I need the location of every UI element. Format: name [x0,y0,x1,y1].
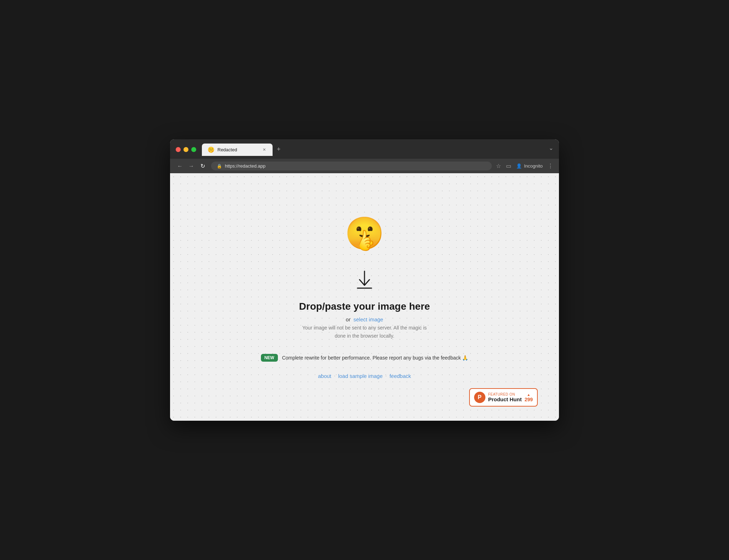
feedback-link[interactable]: feedback [390,373,411,379]
split-screen-icon[interactable]: ▭ [506,163,511,169]
active-tab[interactable]: 🤫 Redacted ✕ [202,144,273,156]
app-logo: 🤫 [345,215,384,252]
page-content: 🤫 Drop/paste your image here or select i… [170,173,559,421]
incognito-icon: 👤 [516,163,522,169]
title-bar: 🤫 Redacted ✕ + ⌄ [170,139,559,159]
ph-name-label: Product Hunt [488,396,522,402]
select-image-link[interactable]: select image [354,316,383,322]
address-bar: ← → ↻ 🔒 https://redacted.app ☆ ▭ 👤 Incog… [170,159,559,173]
ph-votes: ▲ 299 [525,393,533,402]
load-sample-link[interactable]: load sample image [338,373,383,379]
lock-icon: 🔒 [217,164,222,169]
new-badge: NEW [261,354,278,362]
close-dot[interactable] [176,147,181,152]
window-controls [176,147,196,152]
about-link[interactable]: about [318,373,331,379]
drop-note: Your image will not be sent to any serve… [302,324,427,340]
nav-buttons: ← → ↻ [176,162,207,170]
browser-window: 🤫 Redacted ✕ + ⌄ ← → ↻ 🔒 https://redacte… [170,139,559,421]
bookmark-icon[interactable]: ☆ [496,163,501,169]
drop-subtitle: or select image [346,316,383,322]
back-button[interactable]: ← [176,162,184,170]
drop-icon [354,270,375,292]
refresh-button[interactable]: ↻ [198,162,207,170]
tabs-row: 🤫 Redacted ✕ + [202,143,549,156]
tab-close-button[interactable]: ✕ [261,147,267,153]
tab-title: Redacted [217,147,258,152]
ph-text: FEATURED ON Product Hunt [488,392,522,402]
url-bar[interactable]: 🔒 https://redacted.app [211,162,492,170]
incognito-area: 👤 Incognito [516,163,543,169]
ph-logo-icon: P [474,392,485,403]
product-hunt-badge[interactable]: P FEATURED ON Product Hunt ▲ 299 [469,388,538,407]
footer-links: about · load sample image · feedback [318,373,411,379]
url-text: https://redacted.app [225,163,266,169]
minimize-dot[interactable] [183,147,188,152]
maximize-dot[interactable] [191,147,196,152]
menu-icon[interactable]: ⋮ [548,163,553,169]
dot-separator-2: · [385,373,386,378]
new-tab-button[interactable]: + [273,143,285,156]
ph-featured-label: FEATURED ON [488,392,522,396]
chevron-down-icon[interactable]: ⌄ [549,145,553,154]
forward-button[interactable]: → [187,162,196,170]
ph-arrow-icon: ▲ [527,393,530,397]
ph-vote-count: 299 [525,397,533,402]
new-text: Complete rewrite for better performance.… [282,355,468,361]
incognito-label: Incognito [524,163,543,169]
new-banner: NEW Complete rewrite for better performa… [261,354,468,362]
address-bar-right: ☆ ▭ 👤 Incognito ⋮ [496,163,553,169]
dot-separator-1: · [334,373,335,378]
drop-title: Drop/paste your image here [299,301,430,312]
tab-favicon: 🤫 [208,146,215,153]
